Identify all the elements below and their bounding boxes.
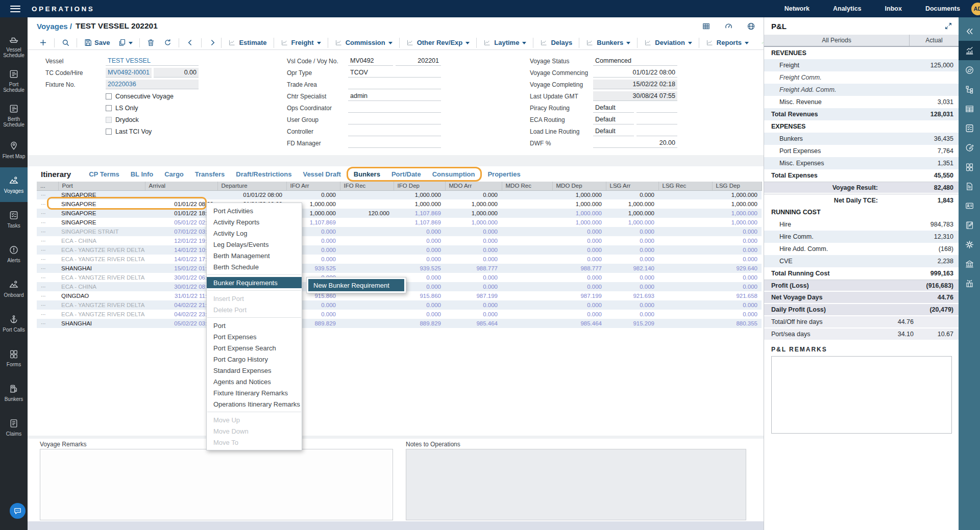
strip-icon-button[interactable] bbox=[959, 176, 980, 196]
mdo-arr-cell[interactable]: 1,000.000 bbox=[445, 209, 502, 218]
breadcrumb-section-link[interactable]: Voyages / bbox=[37, 22, 72, 31]
mdo-rec-cell[interactable] bbox=[502, 236, 552, 245]
topbar-link[interactable]: Network bbox=[785, 5, 810, 12]
lsg-dep-cell[interactable]: 0.000 bbox=[712, 236, 762, 245]
toolbar-icon-button[interactable] bbox=[114, 38, 137, 47]
context-menu-item[interactable]: Fixture Itinerary Remarks bbox=[207, 387, 302, 398]
lsg-arr-cell[interactable]: 1,000.000 bbox=[606, 218, 658, 227]
sidebar-item[interactable]: Port Calls bbox=[0, 306, 28, 341]
form-field[interactable] bbox=[636, 115, 677, 124]
mdo-arr-cell[interactable]: 985.464 bbox=[445, 319, 502, 328]
sidebar-item[interactable]: Berth Schedule bbox=[0, 98, 28, 133]
itinerary-tab[interactable]: Port/Date bbox=[386, 167, 427, 182]
sidebar-item[interactable]: Forms bbox=[0, 341, 28, 375]
mdo-dep-cell[interactable]: 1,000.000 bbox=[552, 209, 606, 218]
mdo-rec-cell[interactable] bbox=[502, 227, 552, 236]
row-menu-icon[interactable]: ⋯ bbox=[37, 264, 58, 273]
column-header[interactable]: Arrival bbox=[145, 182, 217, 190]
form-field[interactable]: MV0492 bbox=[348, 56, 393, 66]
lsg-rec-cell[interactable] bbox=[658, 264, 712, 273]
port-cell[interactable]: SHANGHAI bbox=[58, 319, 145, 328]
form-field[interactable] bbox=[348, 103, 441, 113]
context-menu-item[interactable]: Port Cargo History bbox=[207, 354, 302, 365]
itinerary-tab[interactable]: Properties bbox=[482, 167, 526, 182]
mdo-dep-cell[interactable]: 0.000 bbox=[552, 282, 606, 291]
itinerary-tab[interactable]: Bunkers bbox=[347, 167, 386, 182]
itinerary-tab[interactable]: CP Terms bbox=[83, 167, 125, 182]
toolbar-button[interactable]: Other Rev/Exp bbox=[399, 38, 477, 48]
itinerary-row[interactable]: ⋯ SINGAPORE 01/01/22 08:00 0.000 1,000.0… bbox=[37, 190, 762, 199]
mdo-dep-cell[interactable]: 987.199 bbox=[552, 291, 606, 300]
context-menu-item[interactable]: Agents and Notices bbox=[207, 376, 302, 387]
lsg-arr-cell[interactable]: 921.693 bbox=[606, 291, 658, 300]
toolbar-button[interactable]: Bunkers bbox=[579, 38, 637, 48]
mdo-dep-cell[interactable]: 1,000.000 bbox=[552, 218, 606, 227]
column-header[interactable]: Port bbox=[58, 182, 145, 190]
lsg-dep-cell[interactable]: 929.640 bbox=[712, 264, 762, 273]
sidebar-item[interactable]: Voyages bbox=[0, 167, 28, 202]
port-cell[interactable]: ECA - YANGTZE RIVER DELTA bbox=[58, 273, 145, 282]
row-menu-icon[interactable]: ⋯ bbox=[37, 190, 58, 199]
lsg-rec-cell[interactable] bbox=[658, 273, 712, 282]
lsg-rec-cell[interactable] bbox=[658, 236, 712, 245]
mdo-rec-cell[interactable] bbox=[502, 291, 552, 300]
mdo-arr-cell[interactable]: 0.000 bbox=[445, 273, 502, 282]
column-header[interactable]: ... bbox=[37, 182, 58, 190]
toolbar-icon-button[interactable] bbox=[54, 38, 55, 47]
lsg-arr-cell[interactable]: 0.000 bbox=[606, 236, 658, 245]
context-menu-item[interactable]: Activity Log bbox=[207, 228, 302, 239]
mdo-dep-cell[interactable]: 988.777 bbox=[552, 264, 606, 273]
strip-icon-button[interactable] bbox=[959, 254, 980, 273]
ifo-rec-cell[interactable] bbox=[340, 227, 394, 236]
strip-icon-button[interactable] bbox=[959, 273, 980, 293]
form-field[interactable] bbox=[348, 138, 441, 148]
itinerary-row[interactable]: ⋯ SHANGHAI 15/01/22 01:40 939.525 939.52… bbox=[37, 264, 762, 273]
toolbar-icon-button[interactable] bbox=[204, 38, 221, 47]
mdo-arr-cell[interactable]: 0.000 bbox=[445, 245, 502, 255]
itinerary-row[interactable]: ⋯ SINGAPORE STRAIT 07/01/22 03:55 0.000 … bbox=[37, 227, 762, 236]
row-menu-icon[interactable]: ⋯ bbox=[37, 227, 58, 236]
lsg-rec-cell[interactable] bbox=[658, 255, 712, 264]
topbar-link[interactable]: Inbox bbox=[885, 5, 902, 12]
strip-icon-button[interactable] bbox=[959, 138, 980, 157]
ifo-rec-cell[interactable] bbox=[340, 255, 394, 264]
row-menu-icon[interactable]: ⋯ bbox=[37, 300, 58, 310]
lsg-arr-cell[interactable]: 0.000 bbox=[606, 300, 658, 310]
mdo-dep-cell[interactable]: 1,000.000 bbox=[552, 190, 606, 199]
row-menu-icon[interactable]: ⋯ bbox=[37, 273, 58, 282]
lsg-dep-cell[interactable]: 1,000.000 bbox=[712, 199, 762, 209]
vessel-field[interactable]: TEST VESSEL bbox=[106, 56, 199, 66]
strip-icon-button[interactable] bbox=[959, 157, 980, 176]
toolbar-icon-button[interactable] bbox=[182, 38, 199, 47]
toolbar-button[interactable]: Reports bbox=[699, 38, 755, 48]
checkbox-row[interactable]: Last TCI Voy bbox=[106, 125, 199, 137]
context-menu-item[interactable]: Leg Delays/Events bbox=[207, 239, 302, 250]
lsg-rec-cell[interactable] bbox=[658, 319, 712, 328]
lsg-dep-cell[interactable]: 0.000 bbox=[712, 310, 762, 319]
mdo-rec-cell[interactable] bbox=[502, 255, 552, 264]
lsg-arr-cell[interactable]: 0.000 bbox=[606, 190, 658, 199]
mdo-arr-cell[interactable]: 0.000 bbox=[445, 282, 502, 291]
port-cell[interactable]: SINGAPORE STRAIT bbox=[58, 227, 145, 236]
mdo-rec-cell[interactable] bbox=[502, 190, 552, 199]
lsg-arr-cell[interactable]: 982.140 bbox=[606, 264, 658, 273]
ifo-rec-cell[interactable] bbox=[340, 300, 394, 310]
mdo-rec-cell[interactable] bbox=[502, 300, 552, 310]
mdo-rec-cell[interactable] bbox=[502, 310, 552, 319]
itinerary-row[interactable]: ⋯ ECA - YANGTZE RIVER DELTA 04/02/22 21:… bbox=[37, 300, 762, 310]
column-header[interactable]: LSG Rec bbox=[658, 182, 712, 190]
checkbox[interactable] bbox=[106, 117, 112, 123]
row-menu-icon[interactable]: ⋯ bbox=[37, 236, 58, 245]
port-cell[interactable]: ECA - YANGTZE RIVER DELTA bbox=[58, 310, 145, 319]
form-field[interactable] bbox=[348, 80, 441, 89]
topbar-link[interactable]: Documents bbox=[925, 5, 960, 12]
lsg-arr-cell[interactable]: 1,000.000 bbox=[606, 209, 658, 218]
chat-button[interactable] bbox=[10, 503, 26, 519]
mdo-arr-cell[interactable]: 1,000.000 bbox=[445, 199, 502, 209]
sidebar-item[interactable]: Port Schedule bbox=[0, 63, 28, 98]
context-menu-item[interactable]: Operations Itinerary Remarks bbox=[207, 398, 302, 410]
header-icon[interactable] bbox=[724, 22, 733, 31]
voyage-remarks-input[interactable] bbox=[40, 449, 393, 520]
departure-cell[interactable]: 01/01/22 08:00 bbox=[217, 190, 286, 199]
lsg-dep-cell[interactable]: 0.000 bbox=[712, 255, 762, 264]
